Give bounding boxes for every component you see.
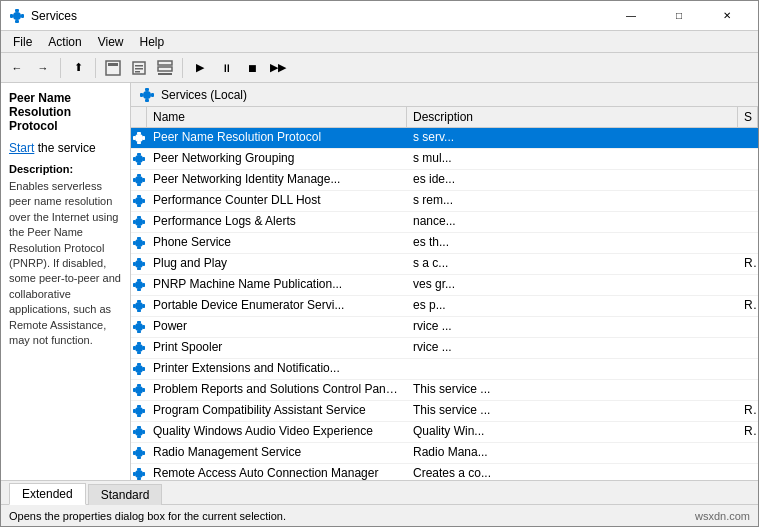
col-desc[interactable]: Description [407,107,738,127]
row-service-name: Problem Reports and Solutions Control Pa… [147,380,407,400]
table-row[interactable]: Portable Device Enumerator Servi...es p.… [131,296,758,317]
tab-extended[interactable]: Extended [9,483,86,505]
tab-standard[interactable]: Standard [88,484,163,505]
svg-rect-10 [135,71,140,73]
svg-rect-47 [133,241,136,245]
table-row[interactable]: PNRP Machine Name Publication...ves gr..… [131,275,758,296]
svg-rect-8 [135,65,143,67]
table-row[interactable]: Program Compatibility Assistant ServiceT… [131,401,758,422]
row-service-icon [131,380,147,400]
menu-bar: File Action View Help [1,31,758,53]
table-row[interactable]: Radio Management ServiceRadio Mana... [131,443,758,464]
row-service-name: Performance Logs & Alerts [147,212,407,232]
table-row[interactable]: Performance Logs & Alertsnance... [131,212,758,233]
row-service-name: Portable Device Enumerator Servi... [147,296,407,316]
svg-point-89 [135,428,143,436]
svg-rect-4 [21,14,24,18]
row-service-name: Performance Counter DLL Host [147,191,407,211]
menu-file[interactable]: File [5,33,40,51]
toolbar-stop[interactable]: ⏹ [240,56,264,80]
svg-rect-37 [133,199,136,203]
svg-rect-53 [143,262,146,266]
svg-rect-21 [137,142,141,145]
toolbar-back[interactable]: ← [5,56,29,80]
row-service-status [738,380,758,400]
toolbar-play[interactable]: ▶ [188,56,212,80]
svg-rect-61 [137,310,141,313]
svg-rect-27 [133,157,136,161]
panel-header: Services (Local) [131,83,758,107]
svg-point-24 [135,155,143,163]
svg-rect-56 [137,289,141,292]
row-service-name: Quality Windows Audio Video Experience [147,422,407,442]
row-service-desc: Radio Mana... [407,443,738,463]
svg-rect-33 [143,178,146,182]
row-service-icon [131,233,147,253]
start-service-link[interactable]: Start [9,141,34,155]
row-service-name: Plug and Play [147,254,407,274]
maximize-button[interactable]: □ [656,1,702,31]
svg-rect-103 [143,472,146,476]
svg-rect-23 [143,136,146,140]
services-table[interactable]: Name Description S Peer Name Resolution … [131,107,758,480]
row-service-icon [131,149,147,169]
toolbar-filter[interactable] [153,56,177,80]
row-service-icon [131,254,147,274]
row-service-desc: nance... [407,212,738,232]
svg-rect-77 [133,367,136,371]
toolbar-pause[interactable]: ⏸ [214,56,238,80]
row-service-name: Peer Networking Grouping [147,149,407,169]
table-row[interactable]: Performance Counter DLL Hosts rem... [131,191,758,212]
row-service-status [738,317,758,337]
row-service-icon [131,317,147,337]
toolbar-properties[interactable] [127,56,151,80]
close-button[interactable]: ✕ [704,1,750,31]
toolbar-forward[interactable]: → [31,56,55,80]
row-service-status: R [738,296,758,316]
menu-action[interactable]: Action [40,33,89,51]
table-row[interactable]: Phone Servicees th... [131,233,758,254]
row-service-desc: s a c... [407,254,738,274]
row-service-status [738,464,758,480]
row-service-status [738,338,758,358]
col-name[interactable]: Name [147,107,407,127]
svg-rect-71 [137,352,141,355]
svg-rect-82 [133,388,136,392]
table-row[interactable]: Peer Networking Groupings mul... [131,149,758,170]
row-service-icon [131,275,147,295]
col-status[interactable]: S [738,107,758,127]
table-row[interactable]: Remote Access Auto Connection ManagerCre… [131,464,758,480]
svg-point-99 [135,470,143,478]
toolbar-restart[interactable]: ▶▶ [266,56,290,80]
svg-rect-80 [137,384,141,387]
menu-help[interactable]: Help [132,33,173,51]
table-row[interactable]: Quality Windows Audio Video ExperienceQu… [131,422,758,443]
table-row[interactable]: Problem Reports and Solutions Control Pa… [131,380,758,401]
svg-rect-102 [133,472,136,476]
window-title: Services [31,9,77,23]
svg-rect-2 [15,20,19,23]
svg-point-14 [143,91,151,99]
table-row[interactable]: Powerrvice ... [131,317,758,338]
toolbar-up[interactable]: ⬆ [66,56,90,80]
status-text: Opens the properties dialog box for the … [9,510,286,522]
row-service-desc [407,359,738,379]
link-suffix: the service [34,141,95,155]
right-panel: Services (Local) Name Description S Peer… [131,83,758,480]
table-row[interactable]: Print Spoolerrvice ... [131,338,758,359]
row-service-status [738,170,758,190]
row-service-status [738,233,758,253]
table-row[interactable]: Printer Extensions and Notificatio... [131,359,758,380]
toolbar-show-hide[interactable] [101,56,125,80]
svg-rect-38 [143,199,146,203]
row-service-desc: rvice ... [407,338,738,358]
svg-rect-46 [137,247,141,250]
menu-view[interactable]: View [90,33,132,51]
table-row[interactable]: Peer Networking Identity Manage...es ide… [131,170,758,191]
table-row[interactable]: Peer Name Resolution Protocols serv... [131,128,758,149]
svg-rect-1 [15,9,19,12]
description-text: Enables serverless peer name resolution … [9,179,122,348]
minimize-button[interactable]: — [608,1,654,31]
svg-rect-20 [137,132,141,135]
table-row[interactable]: Plug and Plays a c...R [131,254,758,275]
